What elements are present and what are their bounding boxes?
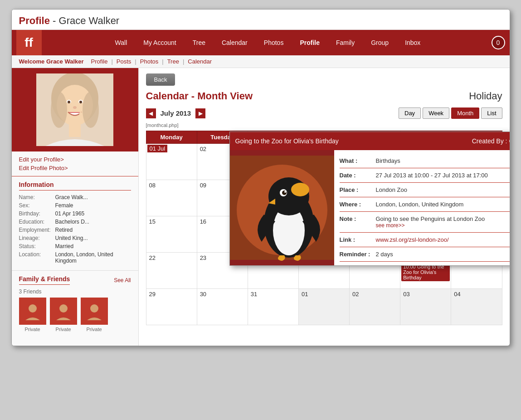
info-section: Information Name: Grace Walk... Sex: Fem… [12, 176, 138, 271]
friend-avatar-1[interactable] [19, 298, 46, 325]
info-title: Information [19, 181, 131, 190]
info-row-location: Location: London, London, United Kingdom [19, 251, 131, 264]
svg-point-23 [284, 191, 286, 193]
svg-point-19 [268, 177, 309, 215]
nav-calendar[interactable]: Calendar [214, 31, 255, 54]
nav-group[interactable]: Group [364, 31, 396, 54]
friend-avatar-3[interactable] [81, 298, 108, 325]
info-row-employment: Employment: Retired [19, 227, 131, 233]
day-number: 31 [249, 290, 297, 298]
svg-point-13 [59, 304, 68, 313]
day-number: 30 [198, 290, 247, 298]
list-view-button[interactable]: List [481, 107, 502, 119]
cal-day-4-2[interactable]: 31 [248, 289, 298, 325]
friend-item-1: Private [19, 298, 46, 332]
main-nav: Wall My Account Tree Calendar Photos Pro… [46, 31, 490, 54]
day-number: 22 [147, 254, 196, 262]
nav-wall[interactable]: Wall [108, 31, 135, 54]
info-row-name: Name: Grace Walk... [19, 194, 131, 200]
logo: ff [16, 30, 42, 55]
cal-nav: ◀ July 2013 ▶ Day Week Month List [146, 107, 502, 119]
info-row-sex: Sex: Female [19, 202, 131, 209]
view-buttons: Day Week Month List [399, 107, 502, 119]
sub-nav-links: Profile | Posts | Photos | Tree | Calend… [91, 58, 212, 65]
nav-family[interactable]: Family [329, 31, 362, 54]
prev-month-button[interactable]: ◀ [146, 108, 156, 118]
profile-photo [36, 73, 113, 146]
cal-day-4-0[interactable]: 29 [146, 289, 197, 325]
day-view-button[interactable]: Day [399, 107, 421, 119]
week-view-button[interactable]: Week [423, 107, 449, 119]
friend-item-2: Private [50, 298, 77, 332]
svg-point-22 [282, 190, 287, 195]
detail-what: What : Birthdays [340, 154, 510, 168]
day-number: 04 [452, 290, 501, 298]
friends-title: Family & Friends [19, 275, 70, 285]
svg-point-7 [73, 106, 77, 109]
detail-place: Place : London Zoo [340, 183, 510, 197]
page-title: Profile - Grace Walker [19, 15, 502, 27]
detail-date: Date : 27 Jul 2013 at 10:00 - 27 Jul 201… [340, 168, 510, 183]
cal-day-4-3[interactable]: 01 [298, 289, 349, 325]
profile-edit-links: Edit your Profile> Edit Profile Photo> [12, 151, 138, 176]
month-label: July 2013 [161, 109, 191, 117]
title-bar: Profile - Grace Walker [12, 10, 510, 30]
edit-photo-link[interactable]: Edit Profile Photo> [19, 164, 131, 172]
logo-icon: ff [24, 35, 33, 50]
cal-day-1-0[interactable]: 08 [146, 180, 197, 216]
see-more-link[interactable]: see more>> [376, 222, 485, 229]
subnav-photos[interactable]: Photos [140, 58, 158, 65]
day-number: 08 [147, 181, 196, 190]
friend-label-2: Private [50, 327, 77, 332]
svg-point-12 [29, 304, 37, 313]
subnav-calendar[interactable]: Calendar [188, 58, 212, 65]
subnav-profile[interactable]: Profile [91, 58, 108, 65]
nav-tree[interactable]: Tree [185, 31, 213, 54]
friends-count: 3 Friends [19, 288, 131, 295]
event-pill[interactable]: 10:00 Going to the Zoo for Olivia's Birt… [401, 263, 450, 281]
event-link[interactable]: www.zsl.org/zsl-london-zoo/ [376, 236, 449, 243]
svg-rect-8 [69, 123, 81, 137]
modal-image [230, 150, 334, 265]
main-window: Profile - Grace Walker ff Wall My Accoun… [11, 9, 510, 346]
cal-day-4-1[interactable]: 30 [197, 289, 248, 325]
calendar-header: Calendar - Month View Holiday [146, 90, 502, 102]
month-view-button[interactable]: Month [451, 107, 479, 119]
subnav-tree[interactable]: Tree [167, 58, 179, 65]
friend-avatar-2[interactable] [50, 298, 77, 325]
cal-day-4-4[interactable]: 02 [350, 289, 400, 325]
subnav-posts[interactable]: Posts [117, 58, 131, 65]
cal-day-0-0[interactable]: 01 Jul [146, 144, 197, 180]
svg-point-6 [79, 101, 82, 103]
day-header-mon: Monday [146, 131, 197, 144]
nav-profile[interactable]: Profile [292, 31, 327, 54]
cal-day-3-0[interactable]: 22 [146, 253, 197, 289]
svg-point-20 [291, 183, 309, 196]
event-modal: Going to the Zoo for Olivia's Birthday C… [229, 132, 510, 266]
month-nav: ◀ July 2013 ▶ [146, 108, 206, 118]
nav-inbox[interactable]: Inbox [398, 31, 428, 54]
friend-label-3: Private [81, 327, 108, 332]
friend-label-1: Private [19, 327, 46, 332]
nav-my-account[interactable]: My Account [136, 31, 183, 54]
detail-where: Where : London, London, United Kingdom [340, 197, 510, 212]
svg-point-10 [83, 92, 99, 128]
see-all-link[interactable]: See All [114, 277, 131, 283]
edit-profile-link[interactable]: Edit your Profile> [19, 155, 131, 164]
friends-header: Family & Friends See All [19, 275, 131, 285]
cal-day-4-6[interactable]: 04 [451, 289, 502, 325]
welcome-text: Welcome Grace Walker [19, 58, 84, 65]
svg-rect-11 [79, 112, 82, 120]
modal-title: Going to the Zoo for Olivia's Birthday [235, 137, 339, 145]
back-button[interactable]: Back [146, 73, 175, 86]
day-number: 29 [147, 290, 196, 298]
cal-day-4-5[interactable]: 03 [400, 289, 451, 325]
modal-header: Going to the Zoo for Olivia's Birthday C… [230, 132, 510, 150]
next-month-button[interactable]: ▶ [195, 108, 205, 118]
cal-day-2-0[interactable]: 15 [146, 216, 197, 253]
info-row-birthday: Birthday: 01 Apr 1965 [19, 210, 131, 217]
nav-photos[interactable]: Photos [257, 31, 291, 54]
detail-link: Link : www.zsl.org/zsl-london-zoo/ [340, 233, 510, 247]
cal-url: [monthcal.php] [146, 122, 502, 128]
content-area: Edit your Profile> Edit Profile Photo> I… [12, 68, 510, 346]
